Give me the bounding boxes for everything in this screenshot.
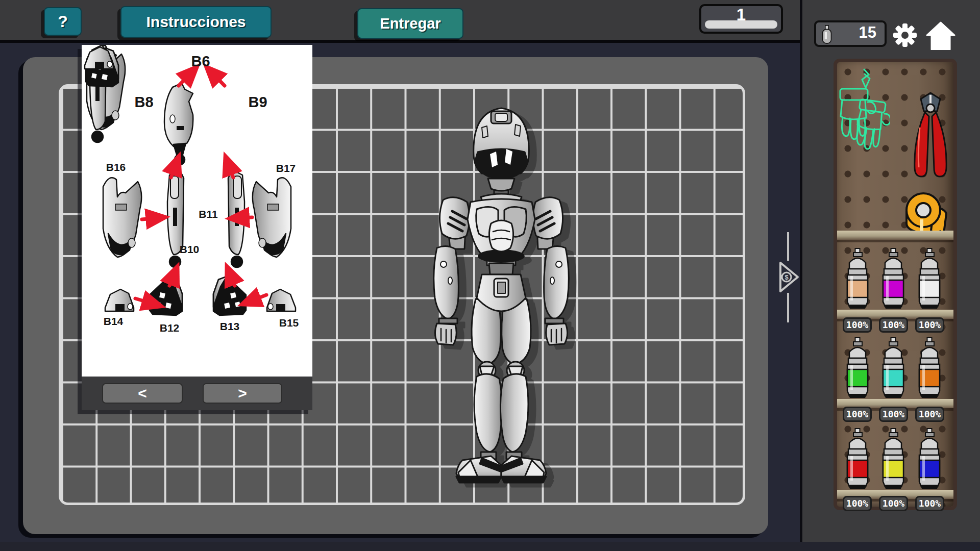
paint-amount-badge: 100% [915, 496, 944, 511]
paint-amount-badge: 100% [843, 407, 872, 422]
spray-can-icon [820, 25, 834, 44]
paint-amount-badge: 100% [843, 317, 872, 333]
instruction-panel: B6 B8 B9 B16 B17 B11 B10 B14 B12 B13 B15… [82, 45, 312, 410]
part-label-b17: B17 [276, 162, 296, 174]
handle-line-top [787, 232, 789, 261]
tape-icon [901, 191, 949, 235]
home-icon [926, 21, 955, 50]
spray-can-icon [845, 428, 870, 490]
paint-amount-badge: 100% [915, 407, 944, 422]
wire-cutters-tool[interactable] [910, 92, 951, 185]
part-label-b13: B13 [220, 320, 240, 333]
spray-can-icon [917, 247, 942, 310]
robot-model[interactable] [405, 95, 597, 491]
spray-can-icon [880, 428, 906, 490]
spray-can-green[interactable] [845, 337, 870, 399]
spray-can-magenta[interactable] [880, 247, 906, 310]
spray-can-icon [880, 337, 906, 399]
shelf-1 [837, 231, 953, 240]
paint-amount-badge: 100% [843, 496, 872, 511]
instructions-button[interactable]: Instrucciones [120, 6, 272, 38]
spray-can-tan[interactable] [845, 247, 870, 310]
part-label-b10: B10 [180, 243, 200, 256]
part-label-b9: B9 [248, 94, 267, 111]
spray-can-yellow[interactable] [880, 428, 906, 490]
gloves-tool[interactable] [839, 68, 890, 182]
spray-can-blue[interactable] [917, 428, 942, 490]
part-label-b6: B6 [191, 53, 210, 70]
paint-amount-badge: 100% [879, 317, 908, 333]
spray-can-cyan[interactable] [880, 337, 906, 399]
settings-button[interactable] [892, 22, 918, 50]
shop-panel-handle[interactable]: $ [778, 260, 800, 296]
part-label-b8: B8 [134, 94, 153, 111]
gloves-icon [839, 68, 890, 180]
spray-can-icon [917, 337, 942, 399]
part-label-b11: B11 [199, 208, 217, 220]
coin-icon: $ [782, 272, 791, 282]
part-label-b14: B14 [104, 315, 124, 328]
paint-can-count: 15 [859, 23, 876, 42]
paint-amount-badge: 100% [879, 496, 908, 511]
help-button[interactable]: ? [44, 7, 82, 36]
spray-can-icon [917, 428, 942, 490]
svg-text:$: $ [785, 273, 789, 281]
part-label-b16: B16 [106, 161, 126, 173]
home-button[interactable] [926, 21, 955, 52]
paint-amount-badge: 100% [879, 407, 908, 422]
spray-can-icon [845, 247, 870, 310]
pegboard-inventory: 100% 100% 100% 100% 100% 100% 100% 100% … [834, 59, 957, 510]
tape-tool[interactable] [901, 191, 949, 237]
previous-page-button[interactable]: < [102, 383, 183, 404]
bottom-bar [0, 542, 980, 551]
spray-can-icon [845, 337, 870, 399]
part-label-b12: B12 [160, 322, 180, 334]
instruction-panel-footer: < > [82, 377, 312, 410]
spray-can-red[interactable] [845, 428, 870, 490]
paint-can-counter: 15 [814, 20, 887, 47]
attempt-progress-bar [705, 20, 777, 29]
part-label-b15: B15 [279, 317, 299, 329]
instruction-diagram: B6 B8 B9 B16 B17 B11 B10 B14 B12 B13 B15 [82, 45, 312, 377]
spray-can-white[interactable] [917, 247, 942, 310]
spray-can-icon [880, 247, 906, 310]
next-page-button[interactable]: > [203, 383, 282, 404]
submit-button[interactable]: Entregar [357, 8, 463, 39]
handle-line-bottom [787, 293, 789, 322]
toolbar-divider [0, 40, 802, 43]
attempt-indicator: 1 [699, 4, 783, 34]
paint-amount-badge: 100% [915, 317, 944, 333]
gear-icon [892, 22, 918, 48]
spray-can-orange[interactable] [917, 337, 942, 399]
wire-cutters-icon [910, 92, 951, 183]
